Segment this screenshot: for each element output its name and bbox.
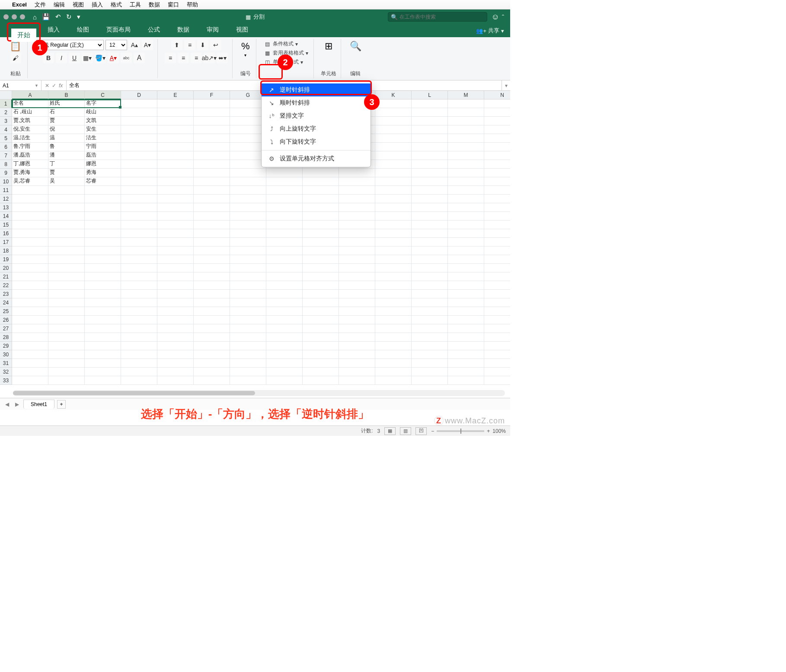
cell[interactable] bbox=[85, 264, 121, 272]
cell[interactable] bbox=[12, 342, 48, 350]
cell[interactable] bbox=[194, 376, 230, 385]
cell[interactable] bbox=[194, 169, 230, 177]
cell[interactable] bbox=[157, 255, 194, 264]
row-header[interactable]: 26 bbox=[0, 316, 12, 324]
cell[interactable] bbox=[303, 177, 339, 186]
row-header[interactable]: 25 bbox=[0, 307, 12, 316]
cell[interactable] bbox=[484, 376, 510, 385]
cell[interactable] bbox=[194, 333, 230, 342]
cell[interactable] bbox=[121, 212, 157, 221]
cell[interactable] bbox=[157, 368, 194, 376]
row-header[interactable]: 33 bbox=[0, 376, 12, 385]
zoom-control[interactable]: − + 100% bbox=[431, 428, 506, 434]
align-top-icon[interactable]: ⬆ bbox=[171, 40, 182, 50]
cell[interactable] bbox=[121, 255, 157, 264]
cell[interactable] bbox=[230, 359, 266, 368]
cell[interactable] bbox=[412, 221, 448, 229]
cell[interactable] bbox=[303, 350, 339, 359]
cell[interactable] bbox=[121, 281, 157, 290]
cell[interactable] bbox=[157, 281, 194, 290]
row-header[interactable]: 21 bbox=[0, 272, 12, 281]
cell[interactable] bbox=[85, 342, 121, 350]
cell[interactable] bbox=[339, 272, 375, 281]
cell[interactable] bbox=[339, 376, 375, 385]
cell[interactable] bbox=[412, 376, 448, 385]
zoom-out-icon[interactable]: − bbox=[431, 428, 434, 434]
cell[interactable] bbox=[303, 264, 339, 272]
row-header[interactable]: 7 bbox=[0, 151, 12, 160]
align-left-icon[interactable]: ≡ bbox=[165, 53, 176, 63]
tab-formulas[interactable]: 公式 bbox=[144, 23, 164, 37]
cell[interactable]: 文凯 bbox=[85, 117, 121, 125]
cell[interactable] bbox=[121, 272, 157, 281]
cell[interactable] bbox=[375, 324, 412, 333]
cell[interactable] bbox=[85, 359, 121, 368]
number-format-button[interactable]: %▾ bbox=[240, 40, 252, 58]
col-header[interactable]: K bbox=[375, 91, 412, 99]
cell[interactable] bbox=[412, 255, 448, 264]
row-header[interactable]: 29 bbox=[0, 342, 12, 350]
cell[interactable] bbox=[48, 316, 85, 324]
cell[interactable] bbox=[85, 324, 121, 333]
cell[interactable] bbox=[121, 264, 157, 272]
cell[interactable] bbox=[194, 298, 230, 307]
cell[interactable] bbox=[484, 290, 510, 298]
cell[interactable] bbox=[157, 246, 194, 255]
col-header[interactable]: M bbox=[448, 91, 484, 99]
cell[interactable] bbox=[448, 108, 484, 117]
cell[interactable] bbox=[157, 169, 194, 177]
row-header[interactable]: 28 bbox=[0, 333, 12, 342]
cell[interactable] bbox=[303, 368, 339, 376]
zoom-in-icon[interactable]: + bbox=[487, 428, 490, 434]
cell[interactable] bbox=[266, 255, 303, 264]
cell[interactable] bbox=[303, 169, 339, 177]
cell[interactable] bbox=[194, 221, 230, 229]
cell[interactable] bbox=[85, 298, 121, 307]
cell[interactable] bbox=[12, 359, 48, 368]
cell[interactable] bbox=[303, 195, 339, 203]
cell[interactable] bbox=[48, 229, 85, 238]
orientation-button[interactable]: ab↗▾ bbox=[204, 53, 215, 63]
cell[interactable] bbox=[484, 212, 510, 221]
cell[interactable] bbox=[412, 281, 448, 290]
cell[interactable] bbox=[412, 307, 448, 316]
cell[interactable] bbox=[85, 333, 121, 342]
cell[interactable] bbox=[230, 272, 266, 281]
cell[interactable] bbox=[448, 203, 484, 212]
cell[interactable] bbox=[339, 316, 375, 324]
conditional-format-button[interactable]: ▤条件格式 ▾ bbox=[263, 40, 309, 48]
cell[interactable] bbox=[85, 212, 121, 221]
cell[interactable] bbox=[484, 307, 510, 316]
row-header[interactable]: 23 bbox=[0, 290, 12, 298]
cell[interactable] bbox=[230, 333, 266, 342]
cell[interactable]: 安生 bbox=[85, 125, 121, 134]
cell[interactable]: 贾,勇海 bbox=[12, 169, 48, 177]
editing-button[interactable]: 🔍 bbox=[348, 40, 363, 53]
cell[interactable] bbox=[12, 255, 48, 264]
view-normal-icon[interactable]: ▦ bbox=[384, 427, 396, 435]
cell[interactable] bbox=[121, 151, 157, 160]
cell[interactable] bbox=[339, 281, 375, 290]
cell[interactable] bbox=[85, 272, 121, 281]
cell[interactable] bbox=[48, 264, 85, 272]
col-header[interactable]: F bbox=[194, 91, 230, 99]
cell[interactable] bbox=[194, 99, 230, 108]
cell[interactable] bbox=[121, 177, 157, 186]
cell[interactable] bbox=[448, 151, 484, 160]
cell[interactable] bbox=[339, 203, 375, 212]
cell[interactable] bbox=[194, 281, 230, 290]
cell[interactable] bbox=[412, 359, 448, 368]
cell[interactable] bbox=[157, 238, 194, 246]
cell[interactable] bbox=[375, 203, 412, 212]
wrap-text-icon[interactable]: ↩ bbox=[210, 40, 221, 50]
share-button[interactable]: 👥+ 共享 ▾ bbox=[476, 27, 504, 35]
cell[interactable] bbox=[266, 290, 303, 298]
cell[interactable] bbox=[266, 281, 303, 290]
cell[interactable] bbox=[303, 229, 339, 238]
cell[interactable] bbox=[85, 255, 121, 264]
search-input[interactable] bbox=[399, 14, 484, 20]
cell[interactable] bbox=[194, 238, 230, 246]
cell[interactable] bbox=[121, 143, 157, 151]
cell[interactable] bbox=[339, 264, 375, 272]
cell[interactable] bbox=[194, 316, 230, 324]
